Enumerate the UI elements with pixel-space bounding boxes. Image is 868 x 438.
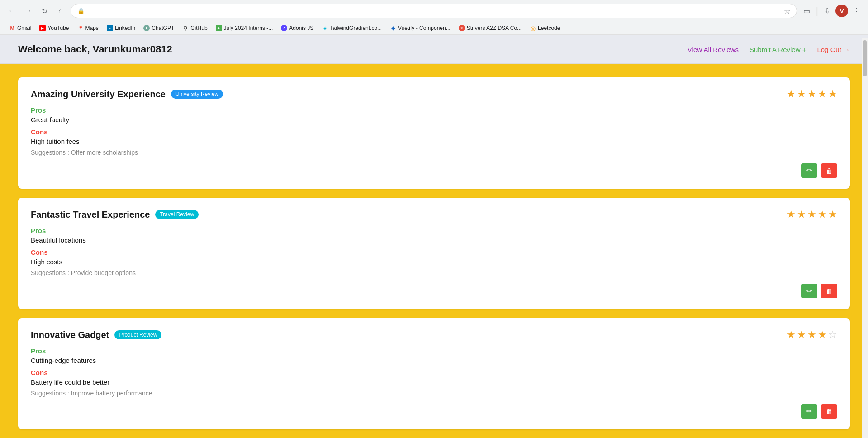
edit-button-1[interactable]: ✏ — [801, 163, 817, 178]
vuetify-favicon: ◆ — [390, 25, 396, 31]
suggestions-3: Suggestions : Improve battery performanc… — [31, 390, 837, 397]
delete-button-3[interactable]: 🗑 — [821, 404, 837, 419]
bookmark-tailwind[interactable]: ◈ TailwindGradient.co... — [318, 24, 385, 33]
pros-label-3: Pros — [31, 347, 837, 355]
pros-text-3: Cutting-edge features — [31, 357, 837, 364]
bookmark-leetcode[interactable]: ◎ Leetcode — [526, 24, 564, 33]
submit-review-link[interactable]: Submit A Review + — [749, 46, 806, 53]
bookmark-vuetify[interactable]: ◆ Vuetify - Componen... — [386, 24, 454, 33]
review-card-1: Amazing University Experience University… — [18, 77, 850, 189]
browser-right-actions: ▭ | ⇩ V ⋮ — [801, 5, 863, 17]
star-2-2: ★ — [797, 209, 806, 220]
header-actions: View All Reviews Submit A Review + Log O… — [688, 46, 850, 53]
cons-text-2: High costs — [31, 258, 837, 266]
card-actions-3: ✏ 🗑 — [31, 404, 837, 419]
july-favicon: ✦ — [216, 25, 222, 31]
lock-icon: 🔒 — [77, 8, 85, 14]
card-title-2: Fantastic Travel Experience — [31, 209, 150, 220]
card-badge-1: University Review — [171, 90, 223, 99]
menu-button[interactable]: ⋮ — [850, 5, 863, 17]
scroll-thumb[interactable] — [863, 40, 867, 76]
star-1-2: ★ — [797, 88, 806, 100]
star-bookmark-icon[interactable]: ☆ — [784, 7, 790, 15]
bookmark-strivers[interactable]: S Strivers A2Z DSA Co... — [455, 24, 525, 33]
delete-button-1[interactable]: 🗑 — [821, 163, 837, 178]
home-button[interactable]: ⌂ — [54, 5, 67, 17]
logout-link[interactable]: Log Out → — [817, 46, 850, 53]
reload-button[interactable]: ↻ — [38, 5, 51, 17]
card-title-1: Amazing University Experience — [31, 89, 166, 100]
star-2-5: ★ — [828, 209, 837, 220]
bookmark-maps[interactable]: 📍 Maps — [74, 24, 102, 33]
bookmark-youtube[interactable]: ▶ YouTube — [36, 24, 72, 33]
star-3-3: ★ — [807, 329, 816, 341]
youtube-favicon: ▶ — [39, 25, 46, 31]
card-header-1: Amazing University Experience University… — [31, 88, 837, 100]
bookmark-github[interactable]: ⚲ GitHub — [179, 24, 211, 33]
forward-button[interactable]: → — [22, 5, 34, 17]
card-stars-3: ★ ★ ★ ★ ☆ — [787, 329, 837, 341]
suggestions-2: Suggestions : Provide budget options — [31, 269, 837, 276]
star-3-2: ★ — [797, 329, 806, 341]
scrollbar[interactable] — [862, 38, 868, 438]
edit-button-2[interactable]: ✏ — [801, 284, 817, 298]
star-3-4: ★ — [818, 329, 827, 341]
star-3-5: ☆ — [828, 329, 837, 341]
download-button[interactable]: ⇩ — [821, 5, 834, 17]
chatgpt-favicon: ✦ — [143, 25, 150, 31]
app-header: Welcome back, Varunkumar0812 View All Re… — [0, 35, 868, 64]
github-favicon: ⚲ — [182, 25, 189, 31]
main-content: Amazing University Experience University… — [0, 64, 868, 438]
cons-label-2: Cons — [31, 248, 837, 256]
review-card-2: Fantastic Travel Experience Travel Revie… — [18, 198, 850, 309]
bookmark-label-leetcode: Leetcode — [538, 25, 560, 31]
pros-label-2: Pros — [31, 227, 837, 234]
bookmark-label-chatgpt: ChatGPT — [152, 25, 174, 31]
strivers-favicon: S — [459, 25, 465, 31]
cons-label-3: Cons — [31, 369, 837, 376]
card-header-2: Fantastic Travel Experience Travel Revie… — [31, 209, 837, 220]
card-title-row-2: Fantastic Travel Experience Travel Revie… — [31, 209, 199, 220]
bookmark-label-adonis: Adonis JS — [289, 25, 313, 31]
bookmark-gmail[interactable]: M Gmail — [5, 24, 35, 33]
bookmark-chatgpt[interactable]: ✦ ChatGPT — [140, 24, 178, 33]
bookmark-linkedin[interactable]: in LinkedIn — [103, 24, 139, 33]
star-1-1: ★ — [787, 88, 796, 100]
address-bar[interactable]: 🔒 localhost:5173/dashboard ☆ — [71, 4, 797, 18]
bookmark-label-vuetify: Vuetify - Componen... — [398, 25, 451, 31]
card-badge-3: Product Review — [114, 330, 161, 339]
star-2-4: ★ — [818, 209, 827, 220]
card-title-row-3: Innovative Gadget Product Review — [31, 330, 161, 340]
bookmark-adonis[interactable]: A Adonis JS — [277, 24, 317, 33]
cast-button[interactable]: ▭ — [801, 5, 813, 17]
star-1-3: ★ — [807, 88, 816, 100]
profile-button[interactable]: V — [835, 5, 848, 17]
pros-text-2: Beautiful locations — [31, 236, 837, 244]
bookmark-label-gmail: Gmail — [17, 25, 31, 31]
back-button[interactable]: ← — [5, 5, 18, 17]
url-input[interactable]: localhost:5173/dashboard — [88, 7, 780, 14]
star-1-4: ★ — [818, 88, 827, 100]
bookmark-label-strivers: Strivers A2Z DSA Co... — [467, 25, 522, 31]
view-all-reviews-link[interactable]: View All Reviews — [688, 46, 739, 53]
card-actions-2: ✏ 🗑 — [31, 284, 837, 298]
bookmark-label-linkedin: LinkedIn — [115, 25, 135, 31]
pros-label-1: Pros — [31, 106, 837, 114]
star-2-1: ★ — [787, 209, 796, 220]
browser-toolbar: ← → ↻ ⌂ 🔒 localhost:5173/dashboard ☆ ▭ |… — [0, 0, 868, 22]
maps-favicon: 📍 — [77, 25, 84, 31]
edit-button-3[interactable]: ✏ — [801, 404, 817, 419]
bookmark-label-tailwind: TailwindGradient.co... — [330, 25, 382, 31]
card-badge-2: Travel Review — [155, 210, 199, 219]
cons-text-3: Battery life could be better — [31, 378, 837, 386]
leetcode-favicon: ◎ — [530, 25, 536, 31]
gmail-favicon: M — [9, 25, 15, 31]
star-3-1: ★ — [787, 329, 796, 341]
browser-chrome: ← → ↻ ⌂ 🔒 localhost:5173/dashboard ☆ ▭ |… — [0, 0, 868, 35]
suggestions-1: Suggestions : Offer more scholarships — [31, 149, 837, 156]
adonis-favicon: A — [281, 25, 287, 31]
bookmark-july[interactable]: ✦ July 2024 Interns -... — [212, 24, 277, 33]
delete-button-2[interactable]: 🗑 — [821, 284, 837, 298]
linkedin-favicon: in — [107, 25, 113, 31]
cons-text-1: High tuition fees — [31, 138, 837, 145]
